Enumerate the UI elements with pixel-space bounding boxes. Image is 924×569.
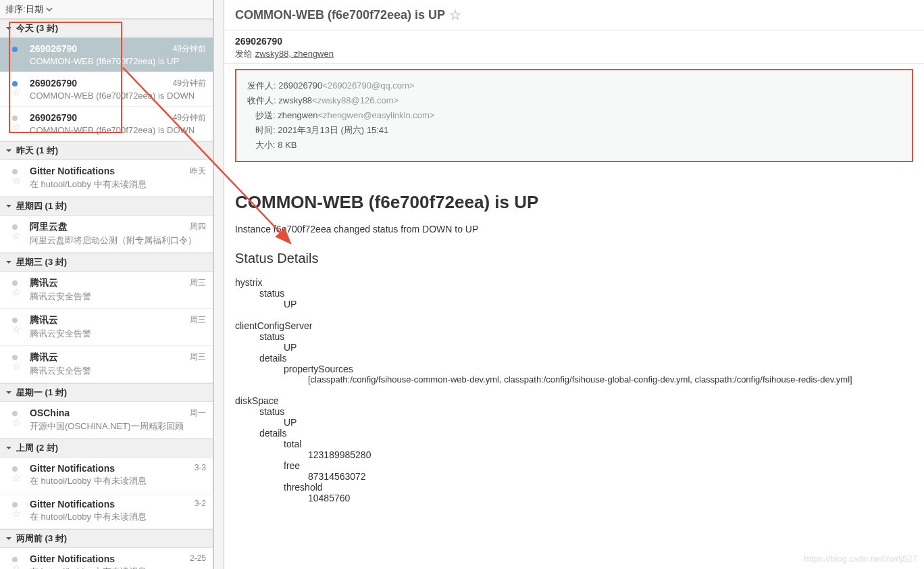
- star-icon[interactable]: ☆: [12, 230, 21, 241]
- collapse-icon: [5, 389, 12, 396]
- watermark: https://blog.csdn.net/zwrlj527: [804, 553, 917, 564]
- email-list-item[interactable]: ☆腾讯云周三腾讯云安全告警: [0, 272, 213, 309]
- email-subject: COMMON-WEB (f6e700f72eea) is DOWN: [30, 125, 206, 135]
- collapse-icon: [5, 147, 12, 154]
- favorite-star-icon[interactable]: ☆: [449, 7, 461, 23]
- email-time: 49分钟前: [173, 78, 206, 89]
- unread-dot-icon: [12, 47, 18, 52]
- unread-dot-icon: [12, 557, 18, 562]
- email-list-item[interactable]: ☆Gitter Notifications2-25在 hutool/Lobby …: [0, 548, 213, 569]
- meta-recipients: 发给 zwsky88, zhengwen: [235, 48, 913, 60]
- email-sender: Gitter Notifications: [30, 463, 115, 474]
- sort-label: 排序:日期: [5, 3, 43, 16]
- unread-dot-icon: [12, 81, 18, 86]
- email-detail-box: 发件人: 269026790<269026790@qq.com> 收件人: zw…: [235, 69, 913, 162]
- email-sender: 269026790: [30, 78, 77, 89]
- email-list-item[interactable]: ☆Gitter Notifications3-2在 hutool/Lobby 中…: [0, 493, 213, 529]
- star-icon[interactable]: ☆: [12, 53, 21, 64]
- star-icon[interactable]: ☆: [12, 122, 21, 132]
- email-sender: Gitter Notifications: [30, 499, 115, 510]
- collapse-icon: [5, 259, 12, 266]
- chevron-down-icon: [46, 6, 53, 13]
- email-subject: COMMON-WEB (f6e700f72eea) is UP: [30, 56, 206, 66]
- diskspace-section: diskSpace status UP details total 123189…: [235, 395, 913, 503]
- email-groups: 今天 (3 封)☆26902679049分钟前COMMON-WEB (f6e70…: [0, 19, 213, 569]
- group-header[interactable]: 今天 (3 封): [0, 19, 213, 38]
- group-header[interactable]: 星期三 (3 封): [0, 253, 213, 272]
- email-subject: 腾讯云安全告警: [30, 291, 206, 303]
- email-preview-pane: COMMON-WEB (f6e700f72eea) is UP ☆ 269026…: [224, 0, 924, 569]
- group-header[interactable]: 昨天 (1 封): [0, 141, 213, 160]
- unread-dot-icon: [12, 411, 18, 416]
- email-subject: 在 hutool/Lobby 中有未读消息: [30, 178, 206, 191]
- group-header[interactable]: 上周 (2 封): [0, 439, 213, 457]
- meta-sender: 269026790: [235, 36, 913, 47]
- email-sender: 269026790: [30, 43, 77, 55]
- email-sender: 腾讯云: [30, 314, 58, 326]
- email-sender: 腾讯云: [30, 351, 58, 364]
- hystrix-section: hystrix status UP: [235, 277, 913, 310]
- email-time: 49分钟前: [173, 112, 206, 124]
- email-subject: 在 hutool/Lobby 中有未读消息: [30, 511, 206, 523]
- collapse-icon: [5, 445, 12, 451]
- email-sender: 269026790: [30, 112, 77, 124]
- email-list-item[interactable]: ☆腾讯云周三腾讯云安全告警: [0, 346, 213, 383]
- unread-dot-icon: [12, 116, 18, 121]
- email-list-item[interactable]: ☆OSChina周一开源中国(OSCHINA.NET)一周精彩回顾: [0, 402, 213, 439]
- unread-dot-icon: [12, 502, 18, 508]
- group-header[interactable]: 两周前 (3 封): [0, 529, 213, 548]
- unread-dot-icon: [12, 280, 18, 286]
- unread-dot-icon: [12, 224, 18, 230]
- collapse-icon: [5, 25, 12, 32]
- email-subject: 阿里云盘即将启动公测（附专属福利口令）: [30, 234, 206, 247]
- body-title: COMMON-WEB (f6e700f72eea) is UP: [235, 192, 913, 213]
- star-icon[interactable]: ☆: [12, 361, 21, 372]
- email-time: 周一: [190, 407, 206, 419]
- email-subject: COMMON-WEB (f6e700f72eea) is DOWN: [30, 91, 206, 101]
- email-time: 周四: [190, 221, 206, 233]
- email-list-item[interactable]: ☆Gitter Notifications3-3在 hutool/Lobby 中…: [0, 457, 213, 493]
- email-time: 周三: [190, 314, 206, 326]
- star-icon[interactable]: ☆: [12, 324, 21, 335]
- email-subject: 腾讯云安全告警: [30, 365, 206, 377]
- sort-header[interactable]: 排序:日期: [0, 0, 213, 19]
- email-time: 2-25: [190, 553, 206, 564]
- collapse-icon: [5, 203, 12, 209]
- email-subject-header: COMMON-WEB (f6e700f72eea) is UP ☆: [224, 0, 924, 30]
- email-subject: 开源中国(OSCHINA.NET)一周精彩回顾: [30, 420, 206, 432]
- star-icon[interactable]: ☆: [12, 287, 21, 297]
- star-icon[interactable]: ☆: [12, 87, 21, 98]
- email-time: 49分钟前: [173, 43, 206, 55]
- email-sender: Gitter Notifications: [30, 553, 115, 564]
- email-list-item[interactable]: ☆26902679049分钟前COMMON-WEB (f6e700f72eea)…: [0, 72, 213, 107]
- group-header[interactable]: 星期一 (1 封): [0, 383, 213, 402]
- email-time: 周三: [190, 351, 206, 364]
- collapse-icon: [5, 535, 12, 542]
- email-time: 周三: [190, 277, 206, 289]
- email-time: 3-3: [195, 463, 206, 474]
- email-list-item[interactable]: ☆26902679049分钟前COMMON-WEB (f6e700f72eea)…: [0, 38, 213, 72]
- clientconfig-section: clientConfigServer status UP details pro…: [235, 320, 913, 385]
- status-details-heading: Status Details: [235, 251, 913, 266]
- email-subject: 腾讯云安全告警: [30, 328, 206, 340]
- star-icon[interactable]: ☆: [12, 508, 21, 519]
- email-list-item[interactable]: ☆Gitter Notifications昨天在 hutool/Lobby 中有…: [0, 160, 213, 197]
- star-icon[interactable]: ☆: [12, 472, 21, 483]
- unread-dot-icon: [12, 466, 18, 472]
- email-sender: 腾讯云: [30, 277, 58, 289]
- email-sender: OSChina: [30, 407, 70, 419]
- unread-dot-icon: [12, 169, 18, 174]
- email-list-item[interactable]: ☆腾讯云周三腾讯云安全告警: [0, 309, 213, 346]
- email-sender: 阿里云盘: [30, 221, 68, 233]
- email-time: 3-2: [195, 499, 206, 510]
- star-icon[interactable]: ☆: [12, 563, 21, 569]
- resizer-bar[interactable]: [213, 0, 224, 569]
- email-list-item[interactable]: ☆阿里云盘周四阿里云盘即将启动公测（附专属福利口令）: [0, 216, 213, 253]
- email-subject: 在 hutool/Lobby 中有未读消息: [30, 566, 206, 569]
- star-icon[interactable]: ☆: [12, 417, 21, 428]
- email-sender: Gitter Notifications: [30, 166, 115, 177]
- subject-title: COMMON-WEB (f6e700f72eea) is UP: [235, 8, 445, 22]
- group-header[interactable]: 星期四 (1 封): [0, 197, 213, 216]
- star-icon[interactable]: ☆: [12, 175, 21, 186]
- email-list-item[interactable]: ☆26902679049分钟前COMMON-WEB (f6e700f72eea)…: [0, 107, 213, 141]
